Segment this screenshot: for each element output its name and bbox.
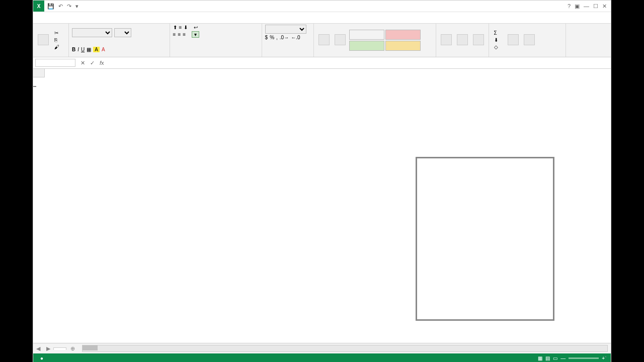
worksheet-area[interactable] <box>33 69 611 343</box>
qat-dropdown-icon[interactable]: ▾ <box>75 3 78 10</box>
align-center-icon[interactable]: ≡ <box>178 32 181 37</box>
quick-access-toolbar: 💾 ↶ ↷ ▾ <box>44 3 82 10</box>
view-layout-icon[interactable]: ▤ <box>545 355 550 361</box>
style-normal[interactable] <box>349 30 384 40</box>
conditional-formatting-button[interactable] <box>317 34 331 46</box>
inc-decimal-button[interactable]: .0→ <box>280 35 289 40</box>
view-normal-icon[interactable]: ▦ <box>538 355 542 361</box>
add-sheet-button[interactable]: ⊕ <box>66 345 79 352</box>
font-name-select[interactable] <box>72 28 112 37</box>
sheet-nav-next-icon[interactable]: ▶ <box>43 345 53 352</box>
group-editing: Σ ⬇ ◇ <box>489 24 566 57</box>
align-bot-icon[interactable]: ⬇ <box>184 25 188 30</box>
style-bad[interactable] <box>385 30 421 40</box>
wrap-text-button[interactable]: ↩ <box>194 25 198 30</box>
sort-filter-button[interactable] <box>506 34 520 46</box>
summary-table <box>33 86 36 87</box>
style-neutral[interactable] <box>385 41 421 51</box>
maximize-icon[interactable]: ☐ <box>593 3 598 10</box>
border-button[interactable]: ▦ <box>87 47 91 52</box>
insert-cells-button[interactable] <box>439 34 453 46</box>
group-font: B I U ▦ A A <box>69 24 170 57</box>
title-bar: X 💾 ↶ ↷ ▾ ? ▣ — ☐ ✕ <box>33 1 611 12</box>
fx-icon[interactable]: fx <box>100 60 104 66</box>
align-mid-icon[interactable]: ≡ <box>179 25 182 30</box>
style-good[interactable] <box>349 41 384 51</box>
zoom-slider[interactable] <box>569 357 599 359</box>
fill-button[interactable]: ⬇ <box>492 37 504 43</box>
status-bar: ● ▦ ▤ ▭ — + <box>33 353 611 362</box>
comma-button[interactable]: , <box>276 35 278 40</box>
ribbon-tabs <box>33 12 611 24</box>
cancel-formula-icon[interactable]: ✕ <box>80 60 85 66</box>
heat-map <box>416 154 554 321</box>
sheet-nav-prev-icon[interactable]: ◀ <box>33 345 43 352</box>
align-left-icon[interactable]: ≡ <box>173 32 176 37</box>
font-size-select[interactable] <box>114 28 131 37</box>
format-cells-button[interactable] <box>471 34 486 46</box>
view-break-icon[interactable]: ▭ <box>553 355 557 361</box>
underline-button[interactable]: U <box>81 47 85 52</box>
macro-record-icon[interactable]: ● <box>40 355 43 361</box>
close-icon[interactable]: ✕ <box>602 3 607 10</box>
save-icon[interactable]: 💾 <box>47 3 54 10</box>
paste-icon <box>38 34 49 45</box>
group-alignment: ⬆≡⬇ ↩ ≡≡≡ ▾ <box>170 24 262 57</box>
italic-button[interactable]: I <box>77 47 79 52</box>
group-cells <box>436 24 489 57</box>
excel-window: X 💾 ↶ ↷ ▾ ? ▣ — ☐ ✕ ✂ ⎘ 🖌 <box>33 0 611 362</box>
formula-buttons: ✕ ✓ fx <box>77 60 107 66</box>
sheet-tab-active[interactable] <box>53 347 66 350</box>
format-icon <box>473 34 484 45</box>
collapse-ribbon-icon[interactable]: ⌃ <box>604 355 608 360</box>
group-styles <box>314 24 436 57</box>
redo-icon[interactable]: ↷ <box>67 3 71 10</box>
number-format-select[interactable] <box>265 25 306 34</box>
bold-button[interactable]: B <box>72 47 75 52</box>
find-icon <box>524 34 535 45</box>
delete-cells-button[interactable] <box>455 34 469 46</box>
cond-format-icon <box>318 34 330 45</box>
dec-decimal-button[interactable]: ←.0 <box>291 35 300 40</box>
table-icon <box>335 34 346 45</box>
insert-icon <box>441 34 452 45</box>
sheet-tab-bar: ◀ ▶ ⊕ <box>33 343 611 353</box>
cut-button[interactable]: ✂ <box>52 30 65 36</box>
select-all-corner[interactable] <box>33 69 45 77</box>
window-controls: ? ▣ — ☐ ✕ <box>564 3 611 10</box>
formula-bar: ✕ ✓ fx <box>33 57 611 69</box>
percent-button[interactable]: % <box>270 35 274 40</box>
fill-color-button[interactable]: A <box>93 47 100 52</box>
format-as-table-button[interactable] <box>333 34 347 46</box>
group-number: $ % , .0→ ←.0 <box>262 24 314 57</box>
scrollbar-thumb[interactable] <box>83 345 98 350</box>
ribbon: ✂ ⎘ 🖌 B I U ▦ A A <box>33 24 611 57</box>
currency-button[interactable]: $ <box>265 35 268 40</box>
sort-icon <box>508 34 519 45</box>
find-select-button[interactable] <box>522 34 536 46</box>
undo-icon[interactable]: ↶ <box>58 3 63 10</box>
autosum-button[interactable]: Σ <box>492 30 504 36</box>
cells-canvas[interactable] <box>33 77 611 343</box>
enter-formula-icon[interactable]: ✓ <box>90 60 95 66</box>
group-clipboard: ✂ ⎘ 🖌 <box>33 24 69 57</box>
horizontal-scrollbar[interactable] <box>82 345 608 352</box>
delete-icon <box>457 34 468 45</box>
name-box[interactable] <box>35 59 75 67</box>
merge-center-button[interactable]: ▾ <box>192 31 199 38</box>
copy-button[interactable]: ⎘ <box>52 37 65 43</box>
format-painter-button[interactable]: 🖌 <box>52 44 65 50</box>
help-icon[interactable]: ? <box>568 3 571 10</box>
clear-button[interactable]: ◇ <box>492 44 504 50</box>
align-right-icon[interactable]: ≡ <box>183 32 186 37</box>
minimize-icon[interactable]: — <box>584 3 589 10</box>
formula-input[interactable] <box>107 59 611 67</box>
excel-logo-icon: X <box>33 1 44 12</box>
font-color-button[interactable]: A <box>102 47 105 52</box>
align-top-icon[interactable]: ⬆ <box>173 25 177 30</box>
paste-button[interactable] <box>36 34 50 46</box>
ribbon-options-icon[interactable]: ▣ <box>575 3 580 10</box>
zoom-out-icon[interactable]: — <box>560 355 566 361</box>
